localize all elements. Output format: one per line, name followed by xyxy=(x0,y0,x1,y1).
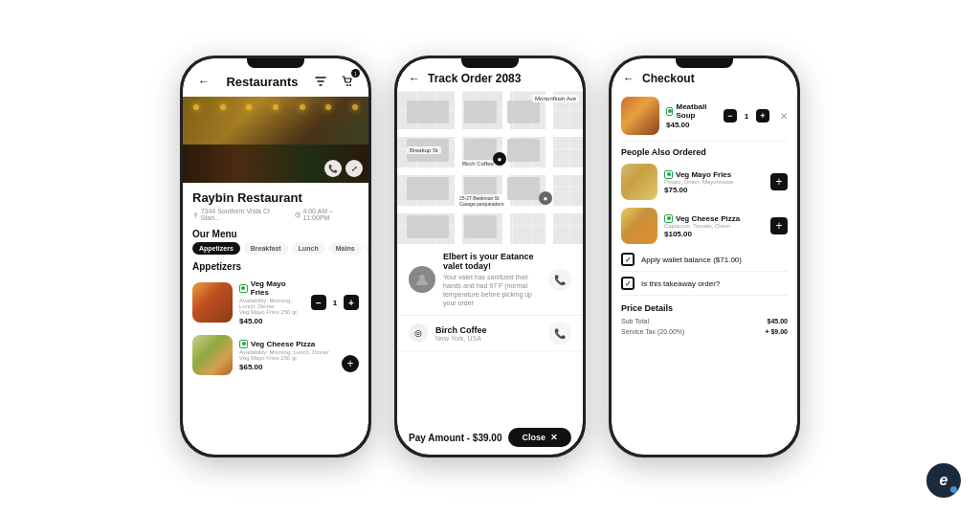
price-label-0: Sub Total xyxy=(621,318,649,324)
map-label-2: Birch Coffee xyxy=(459,160,497,167)
valet-msg: Your valet has sanitized their hands and… xyxy=(443,273,541,307)
map-block-1 xyxy=(407,100,449,123)
item-img-0 xyxy=(192,282,233,323)
cart-badge: 1 xyxy=(351,69,360,78)
location-sub: New York, USA xyxy=(435,335,541,342)
location-icon: ◎ xyxy=(409,323,428,343)
suggest-veg-1 xyxy=(664,214,673,223)
notch-3 xyxy=(676,58,733,68)
cart-qty-increase[interactable]: + xyxy=(756,109,769,123)
valet-call-btn[interactable]: 📞 xyxy=(548,268,571,291)
cart-item-price: $45.00 xyxy=(666,121,717,129)
map-block-5 xyxy=(464,139,497,162)
map-block-2 xyxy=(464,100,497,123)
tab-appetizers[interactable]: Appetizers xyxy=(192,242,240,255)
tab-more[interactable]: F xyxy=(366,242,368,255)
valet-info: Elbert is your Eatance valet today! Your… xyxy=(409,252,571,307)
suggest-price-0: $75.00 xyxy=(664,186,764,194)
notch-1 xyxy=(247,58,304,68)
p1-address: 7344 Southern Vista Ct Stan... xyxy=(192,208,287,221)
item-avail-0: Availability: Morning, Lunch, DinnerVeg … xyxy=(239,298,304,315)
wallet-checkbox[interactable]: ✓ xyxy=(621,253,635,266)
price-row-1: Service Tax (20.00%) + $9.00 xyxy=(621,326,788,337)
suggest-sub-0: Potato, Onion, Mayonnaise xyxy=(664,179,764,185)
tab-breakfast[interactable]: Breakfast xyxy=(244,242,288,255)
location-name: Birch Coffee xyxy=(435,325,541,335)
suggest-add-0[interactable]: + xyxy=(770,173,788,190)
price-value-0: $45.00 xyxy=(768,318,788,324)
suggest-price-1: $105.00 xyxy=(664,230,764,238)
option-wallet: ✓ Apply wallet balance ($71.00) xyxy=(621,248,788,272)
map-road-v1 xyxy=(455,91,462,244)
p1-header-icons: 1 xyxy=(311,72,357,91)
map-road-h1 xyxy=(397,129,583,137)
p2-title: Track Order 2083 xyxy=(428,72,521,85)
option-takeaway: ✓ Is this takeaway order? xyxy=(621,272,788,296)
p1-cart-icon[interactable]: 1 xyxy=(338,72,357,91)
item-qty-controls-0: − 1 + xyxy=(311,295,359,310)
qty-value-0: 1 xyxy=(330,299,340,307)
brand-logo-circle: e xyxy=(926,463,961,498)
p2-footer: Pay Amount - $39.00 Close ✕ xyxy=(397,420,583,455)
suggest-sub-1: Capsicum, Tomato, Onion xyxy=(664,223,764,229)
p1-filter-icon[interactable] xyxy=(311,72,330,91)
map-block-3 xyxy=(507,100,540,123)
menu-item-0: Veg Mayo Fries Availability: Morning, Lu… xyxy=(183,275,368,330)
map-block-9 xyxy=(507,177,540,200)
item-details-1: Veg Cheese Pizza Availability: Morning, … xyxy=(239,340,359,371)
suggest-img-1 xyxy=(621,208,657,244)
map-pin-current: ● xyxy=(493,152,506,166)
p2-back-button[interactable]: ← xyxy=(409,72,420,85)
cart-remove-btn[interactable]: ✕ xyxy=(780,111,788,122)
map-label-4: 25-27 Beekman StGarage parqueadero xyxy=(457,194,506,208)
tab-lunch[interactable]: Lunch xyxy=(292,242,325,255)
brand-dot xyxy=(950,486,957,493)
qty-decrease-0[interactable]: − xyxy=(311,295,326,310)
map-block-6 xyxy=(507,139,540,162)
track-map: Mortonflush Ave Birch Coffee Breakup St … xyxy=(397,91,583,244)
people-also-title: People Also Ordered xyxy=(621,142,788,160)
cart-qty-value: 1 xyxy=(742,112,751,121)
suggest-img-0 xyxy=(621,164,657,200)
pay-amount: Pay Amount - $39.00 xyxy=(409,433,501,443)
p1-expand-btn[interactable]: ⤢ xyxy=(345,160,363,177)
p1-hours: 4:00 AM – 11:00PM xyxy=(295,208,359,221)
p1-meta: 7344 Southern Vista Ct Stan... 4:00 AM –… xyxy=(192,208,359,221)
map-block-10 xyxy=(407,215,449,238)
screen-2: ← Track Order 2083 xyxy=(397,58,583,455)
map-block-7 xyxy=(407,177,449,200)
svg-point-1 xyxy=(349,84,351,86)
map-road-v3 xyxy=(546,91,553,244)
veg-icon-0 xyxy=(239,284,248,293)
tab-mains[interactable]: Mains xyxy=(329,242,362,255)
notch-2 xyxy=(461,58,519,68)
phone-checkout: ← Checkout Meatball Soup $45.00 − xyxy=(609,56,800,457)
svg-point-0 xyxy=(346,84,348,86)
screen-3: ← Checkout Meatball Soup $45.00 − xyxy=(612,58,797,455)
location-row: ◎ Birch Coffee New York, USA 📞 xyxy=(397,316,583,351)
suggest-item-0: Veg Mayo Fries Potato, Onion, Mayonnaise… xyxy=(621,160,788,204)
cart-qty-controls: − 1 + xyxy=(724,109,769,123)
suggest-info-0: Veg Mayo Fries Potato, Onion, Mayonnaise… xyxy=(664,170,764,194)
cart-item-info: Meatball Soup $45.00 xyxy=(666,102,717,129)
price-details-title: Price Details xyxy=(621,300,788,316)
phone-restaurants: ← Restaurants 1 xyxy=(180,56,371,457)
item-details-0: Veg Mayo Fries Availability: Morning, Lu… xyxy=(239,279,304,325)
close-btn[interactable]: Close ✕ xyxy=(508,428,571,447)
restaurant-image: 📞 ⤢ xyxy=(183,97,368,183)
phone-track-order: ← Track Order 2083 xyxy=(394,56,586,457)
p3-back-button[interactable]: ← xyxy=(623,72,635,85)
add-item-1[interactable]: + xyxy=(342,355,359,372)
takeaway-checkbox[interactable]: ✓ xyxy=(621,277,635,290)
price-value-1: + $9.00 xyxy=(765,328,788,335)
p1-phone-btn[interactable]: 📞 xyxy=(324,160,342,177)
map-label-3: Breakup St xyxy=(407,146,441,154)
location-call-btn[interactable]: 📞 xyxy=(548,322,571,345)
svg-point-2 xyxy=(194,212,197,215)
checkout-content: Meatball Soup $45.00 − 1 + ✕ People Also… xyxy=(612,91,797,455)
qty-increase-0[interactable]: + xyxy=(344,295,359,310)
valet-name: Elbert is your Eatance valet today! xyxy=(443,252,541,271)
p1-back-button[interactable]: ← xyxy=(194,72,213,91)
suggest-add-1[interactable]: + xyxy=(770,217,788,234)
cart-qty-decrease[interactable]: − xyxy=(724,109,737,123)
